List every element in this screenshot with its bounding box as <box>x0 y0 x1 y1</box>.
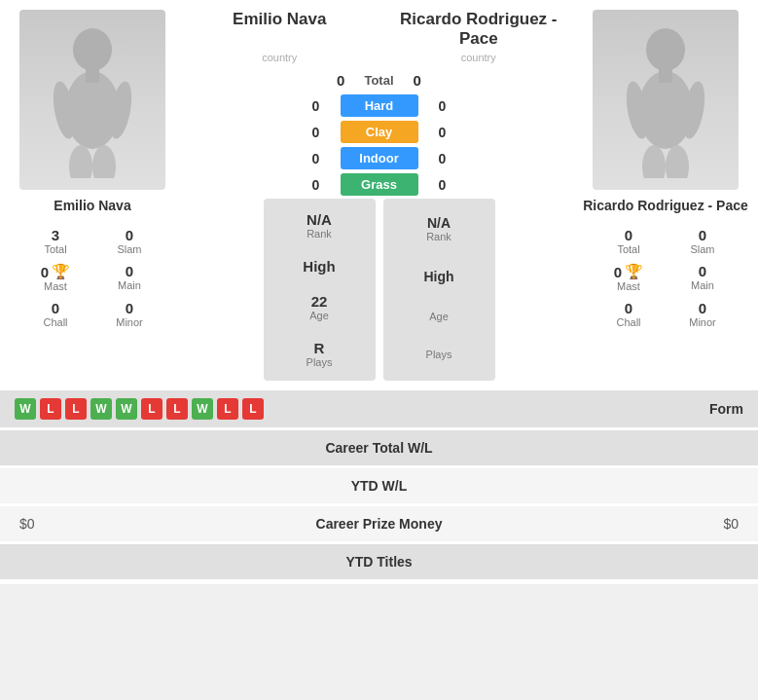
right-player-stats: 0 Total 0 Slam 0 🏆 Mast 0 Main <box>593 224 739 331</box>
svg-rect-9 <box>659 69 672 83</box>
form-badge-0: W <box>15 398 36 420</box>
form-badge-8: L <box>217 398 238 420</box>
center-stats-panel: N/A Rank High 22 Age R Plays <box>264 199 376 381</box>
left-mast-num: 0 <box>41 264 49 280</box>
form-title: Form <box>709 401 743 417</box>
total-score-right: 0 <box>414 72 421 89</box>
left-chall-value: 0 <box>19 300 91 316</box>
right-main-label: Main <box>667 279 739 291</box>
center-rank-block: N/A Rank <box>269 203 371 247</box>
left-player-name: Emilio Nava <box>54 198 130 213</box>
right-mast-value: 0 🏆 <box>593 263 665 280</box>
right-high-block: High <box>388 257 490 296</box>
svg-rect-2 <box>86 69 99 83</box>
right-plays-block: Plays <box>388 337 490 372</box>
right-stat-slam: 0 Slam <box>667 224 739 258</box>
center-right-name: Ricardo Rodriguez - Pace <box>379 10 579 49</box>
form-badge-5: L <box>141 398 162 420</box>
right-player-section: Ricardo Rodriguez - Pace 0 Total 0 Slam … <box>583 10 748 331</box>
main-container: Emilio Nava 3 Total 0 Slam 0 🏆 Mast <box>0 0 758 584</box>
left-total-label: Total <box>19 243 91 255</box>
form-badge-3: W <box>90 398 112 420</box>
svg-point-12 <box>642 145 666 178</box>
prize-money-row: $0 Career Prize Money $0 <box>0 506 758 541</box>
right-stats-panel: N/A Rank High Age Plays <box>383 199 495 381</box>
surface-indoor-btn[interactable]: Indoor <box>341 147 418 169</box>
left-main-value: 0 <box>93 263 165 279</box>
surface-row-grass: 0 Grass 0 <box>180 173 578 196</box>
form-badge-7: W <box>192 398 213 420</box>
left-mast-label: Mast <box>19 280 91 292</box>
surface-grass-btn[interactable]: Grass <box>341 173 418 196</box>
center-age-block: 22 Age <box>269 285 371 329</box>
form-badge-6: L <box>166 398 188 420</box>
surface-row-indoor: 0 Indoor 0 <box>180 147 578 169</box>
ytd-wl-label: YTD W/L <box>351 478 408 494</box>
grass-score-right: 0 <box>433 177 452 193</box>
surface-hard-btn[interactable]: Hard <box>341 94 418 117</box>
ytd-wl-row: YTD W/L <box>0 468 758 503</box>
surface-clay-btn[interactable]: Clay <box>341 121 418 143</box>
right-stat-main: 0 Main <box>667 260 739 295</box>
svg-point-5 <box>69 145 92 178</box>
clay-score-left: 0 <box>307 125 326 140</box>
left-stat-chall: 0 Chall <box>19 297 91 331</box>
center-rank-value: N/A <box>273 211 366 228</box>
prize-right-value: $0 <box>723 516 739 532</box>
left-main-label: Main <box>93 279 165 291</box>
left-stat-total: 3 Total <box>19 224 91 258</box>
right-age-block: Age <box>388 299 490 334</box>
indoor-score-left: 0 <box>307 151 326 166</box>
form-badge-9: L <box>242 398 264 420</box>
right-mast-label: Mast <box>593 280 665 292</box>
left-player-avatar <box>19 10 165 190</box>
right-total-value: 0 <box>593 227 665 243</box>
surface-row-clay: 0 Clay 0 <box>180 121 578 143</box>
grass-score-left: 0 <box>307 177 326 193</box>
ytd-titles-row: YTD Titles <box>0 544 758 579</box>
svg-point-6 <box>92 145 116 178</box>
center-names-row: Emilio Nava Ricardo Rodriguez - Pace <box>180 10 578 49</box>
left-stat-minor: 0 Minor <box>93 297 165 331</box>
left-chall-label: Chall <box>19 316 91 328</box>
center-high-block: High <box>269 250 371 282</box>
left-stat-main: 0 Main <box>93 260 165 295</box>
right-high-value: High <box>393 269 486 284</box>
center-high-value: High <box>273 258 366 275</box>
left-stat-slam: 0 Slam <box>93 224 165 258</box>
prize-label: Career Prize Money <box>316 516 443 532</box>
total-label: Total <box>364 73 393 88</box>
bottom-section: W L L W W L L W L L Form Career Total W/… <box>0 390 758 584</box>
left-country-flag: country <box>180 52 379 63</box>
left-player-stats: 3 Total 0 Slam 0 🏆 Mast 0 Main <box>19 224 165 331</box>
right-plays-label: Plays <box>393 349 486 360</box>
prize-left-value: $0 <box>19 516 35 532</box>
right-mast-num: 0 <box>614 264 622 280</box>
total-score-row: 0 Total 0 <box>180 72 578 89</box>
form-badge-1: L <box>40 398 61 420</box>
right-country-flag: country <box>379 52 579 63</box>
left-stat-mast: 0 🏆 Mast <box>19 260 91 295</box>
form-row: W L L W W L L W L L Form <box>0 390 758 427</box>
center-plays-label: Plays <box>273 356 366 368</box>
right-trophy-icon: 🏆 <box>625 263 643 280</box>
center-plays-value: R <box>273 340 366 356</box>
right-chall-label: Chall <box>593 316 665 328</box>
svg-point-7 <box>646 28 685 71</box>
career-wl-label: Career Total W/L <box>325 440 432 456</box>
right-chall-value: 0 <box>593 300 665 316</box>
right-total-label: Total <box>593 243 665 255</box>
svg-point-13 <box>666 145 689 178</box>
right-main-value: 0 <box>667 263 739 279</box>
right-stat-chall: 0 Chall <box>593 297 665 331</box>
hard-score-right: 0 <box>433 98 452 114</box>
total-score-left: 0 <box>337 72 344 89</box>
right-minor-value: 0 <box>667 300 739 316</box>
left-trophy-icon: 🏆 <box>52 263 70 280</box>
form-badge-4: W <box>116 398 137 420</box>
comparison-area: Emilio Nava 3 Total 0 Slam 0 🏆 Mast <box>0 0 758 390</box>
left-mast-value: 0 🏆 <box>19 263 91 280</box>
country-flags-row: country country <box>180 52 578 63</box>
right-slam-label: Slam <box>667 243 739 255</box>
center-plays-block: R Plays <box>269 332 371 376</box>
